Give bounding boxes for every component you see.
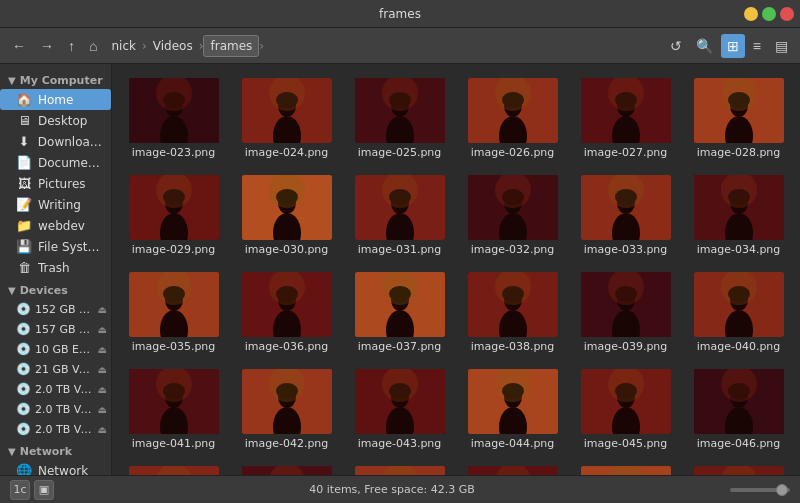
- eject-button-5[interactable]: ⏏: [98, 384, 107, 395]
- file-item[interactable]: image-035.png: [120, 266, 227, 357]
- webdev-icon: 📁: [16, 218, 32, 233]
- path-frames[interactable]: frames: [203, 35, 259, 57]
- sidebar-device-6[interactable]: 💿 2.0 TB Vol... ⏏: [0, 399, 111, 419]
- file-item[interactable]: image-047.png: [120, 460, 227, 475]
- path-nick[interactable]: nick: [105, 36, 142, 56]
- file-item[interactable]: image-038.png: [459, 266, 566, 357]
- minimize-button[interactable]: [744, 7, 758, 21]
- path-videos[interactable]: Videos: [147, 36, 199, 56]
- file-item[interactable]: image-033.png: [572, 169, 679, 260]
- close-button[interactable]: [780, 7, 794, 21]
- file-name: image-044.png: [463, 437, 562, 450]
- sidebar-item-writing[interactable]: 📝 Writing: [0, 194, 111, 215]
- file-item[interactable]: image-031.png: [346, 169, 453, 260]
- file-item[interactable]: image-042.png: [233, 363, 340, 454]
- file-thumbnail: [694, 466, 784, 475]
- sidebar-device-4[interactable]: 💿 21 GB Vol... ⏏: [0, 359, 111, 379]
- sidebar-item-network[interactable]: 🌐 Network: [0, 460, 111, 475]
- file-item[interactable]: image-051.png: [572, 460, 679, 475]
- file-item[interactable]: image-028.png: [685, 72, 792, 163]
- file-item[interactable]: image-030.png: [233, 169, 340, 260]
- file-item[interactable]: image-043.png: [346, 363, 453, 454]
- file-item[interactable]: image-049.png: [346, 460, 453, 475]
- file-item[interactable]: image-041.png: [120, 363, 227, 454]
- writing-icon: 📝: [16, 197, 32, 212]
- file-item[interactable]: image-025.png: [346, 72, 453, 163]
- sidebar-device-7[interactable]: 💿 2.0 TB Vol... ⏏: [0, 419, 111, 439]
- sidebar-item-webdev[interactable]: 📁 webdev: [0, 215, 111, 236]
- thumb-image: [694, 272, 784, 337]
- maximize-button[interactable]: [762, 7, 776, 21]
- file-name: image-030.png: [237, 243, 336, 256]
- file-thumbnail: [242, 466, 332, 475]
- file-item[interactable]: image-046.png: [685, 363, 792, 454]
- file-item[interactable]: image-045.png: [572, 363, 679, 454]
- devices-triangle: ▼: [8, 285, 16, 296]
- file-item[interactable]: image-040.png: [685, 266, 792, 357]
- file-item[interactable]: image-039.png: [572, 266, 679, 357]
- file-item[interactable]: image-037.png: [346, 266, 453, 357]
- sidebar-item-filesystem[interactable]: 💾 File System: [0, 236, 111, 257]
- device-label-3: 10 GB En...: [35, 343, 94, 356]
- sidebar-item-documents[interactable]: 📄 Documents: [0, 152, 111, 173]
- sidebar-device-2[interactable]: 💿 157 GB V... ⏏: [0, 319, 111, 339]
- file-name: image-023.png: [124, 146, 223, 159]
- up-button[interactable]: ↑: [62, 34, 81, 58]
- file-item[interactable]: image-029.png: [120, 169, 227, 260]
- file-thumbnail: [581, 272, 671, 337]
- file-item[interactable]: image-027.png: [572, 72, 679, 163]
- back-button[interactable]: ←: [6, 34, 32, 58]
- file-thumbnail: [468, 466, 558, 475]
- file-name: image-026.png: [463, 146, 562, 159]
- view-compact-button[interactable]: ▤: [769, 34, 794, 58]
- file-item[interactable]: image-034.png: [685, 169, 792, 260]
- file-item[interactable]: image-050.png: [459, 460, 566, 475]
- sidebar-item-downloads[interactable]: ⬇ Downloads: [0, 131, 111, 152]
- file-thumbnail: [355, 369, 445, 434]
- refresh-button[interactable]: ↺: [664, 34, 688, 58]
- file-thumbnail: [581, 369, 671, 434]
- zoom-slider[interactable]: [730, 488, 790, 492]
- file-area[interactable]: image-023.pngimage-024.pngimage-025.pngi…: [112, 64, 800, 475]
- sidebar-device-3[interactable]: 💿 10 GB En... ⏏: [0, 339, 111, 359]
- thumb-image: [242, 466, 332, 475]
- thumb-image: [694, 369, 784, 434]
- view-list-button[interactable]: ≡: [747, 34, 767, 58]
- file-name: image-041.png: [124, 437, 223, 450]
- file-item[interactable]: image-032.png: [459, 169, 566, 260]
- sidebar-item-desktop[interactable]: 🖥 Desktop: [0, 110, 111, 131]
- thumb-image: [355, 272, 445, 337]
- sidebar-device-1[interactable]: 💿 152 GB V... ⏏: [0, 299, 111, 319]
- sidebar-item-trash[interactable]: 🗑 Trash: [0, 257, 111, 278]
- file-item[interactable]: image-052.png: [685, 460, 792, 475]
- eject-button-2[interactable]: ⏏: [98, 324, 107, 335]
- file-item[interactable]: image-036.png: [233, 266, 340, 357]
- eject-button-4[interactable]: ⏏: [98, 364, 107, 375]
- view-grid-button[interactable]: ⊞: [721, 34, 745, 58]
- file-item[interactable]: image-048.png: [233, 460, 340, 475]
- file-item[interactable]: image-024.png: [233, 72, 340, 163]
- sidebar-item-home[interactable]: 🏠 Home: [0, 89, 111, 110]
- file-item[interactable]: image-044.png: [459, 363, 566, 454]
- sidebar-item-pictures[interactable]: 🖼 Pictures: [0, 173, 111, 194]
- eject-button-1[interactable]: ⏏: [98, 304, 107, 315]
- status-icon-btn-1[interactable]: 1c: [10, 480, 30, 500]
- file-item[interactable]: image-023.png: [120, 72, 227, 163]
- eject-button-7[interactable]: ⏏: [98, 424, 107, 435]
- eject-button-6[interactable]: ⏏: [98, 404, 107, 415]
- thumb-image: [355, 466, 445, 475]
- forward-button[interactable]: →: [34, 34, 60, 58]
- sidebar-item-desktop-label: Desktop: [38, 114, 88, 128]
- file-item[interactable]: image-026.png: [459, 72, 566, 163]
- my-computer-triangle: ▼: [8, 75, 16, 86]
- home-button[interactable]: ⌂: [83, 34, 103, 58]
- sidebar-device-5[interactable]: 💿 2.0 TB Vol... ⏏: [0, 379, 111, 399]
- status-icon-btn-2[interactable]: ▣: [34, 480, 54, 500]
- sidebar-item-filesystem-label: File System: [38, 240, 103, 254]
- eject-button-3[interactable]: ⏏: [98, 344, 107, 355]
- filesystem-icon: 💾: [16, 239, 32, 254]
- thumb-image: [129, 78, 219, 143]
- file-name: image-037.png: [350, 340, 449, 353]
- search-button[interactable]: 🔍: [690, 34, 719, 58]
- zoom-slider-thumb[interactable]: [776, 484, 788, 496]
